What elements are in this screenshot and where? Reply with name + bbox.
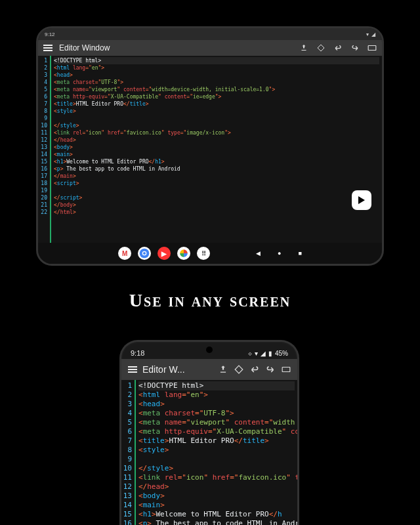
phone-device: 9:18 ⟐ ▾ ◢ ▮ 45% Editor W... 1 2 3 4 5 6… [119,340,299,525]
battery-percent: 45% [275,350,288,357]
dock-app-drawer[interactable]: ⠿ [197,247,210,260]
phone-title: Editor W... [142,364,185,375]
wifi-icon: ▾ [366,32,369,37]
dock-app-photos[interactable] [177,247,190,260]
nav-recent-icon[interactable]: ■ [299,250,302,257]
dock-app-gmail[interactable]: M [118,247,131,260]
menu-icon[interactable] [43,45,52,51]
wifi-icon: ▾ [255,350,258,357]
redo-icon[interactable] [266,365,275,374]
svg-rect-0 [368,46,376,51]
signal-icon: ◢ [371,32,375,37]
tablet-statusbar: 9:12 ▾ ◢ [38,28,382,40]
phone-line-gutter: 1 2 3 4 5 6 7 8 9 10 11 12 13 14 15 16 [121,380,136,525]
tablet-titlebar: Editor Window [38,40,382,56]
tablet-title: Editor Window [59,43,293,52]
phone-clock: 9:18 [131,349,144,357]
menu-icon[interactable] [128,366,137,373]
phone-camera-notch [206,346,213,353]
tablet-clock: 9:12 [45,32,55,37]
undo-icon[interactable] [333,43,343,52]
upload-icon[interactable] [219,365,228,374]
phone-titlebar: Editor W... [121,359,297,380]
tablet-code-area[interactable]: <!DOCTYPE html> <html lang="en"> <head> … [51,56,382,243]
play-icon [358,196,365,204]
overlap-icon[interactable] [316,43,326,52]
svg-rect-4 [282,368,290,372]
present-icon[interactable] [282,365,291,374]
tablet-editor[interactable]: 1 2 3 4 5 6 7 8 9 10 11 12 13 14 15 16 1… [38,56,382,243]
promo-caption: Use in any screen [0,290,420,311]
nav-home-icon[interactable]: ● [278,250,281,257]
signal-icon: ◢ [261,350,266,357]
dock-app-youtube[interactable]: ▶ [158,247,171,260]
redo-icon[interactable] [350,43,360,52]
dock-app-chrome[interactable] [138,247,151,260]
present-icon[interactable] [368,43,377,52]
tablet-dock: M ▶ ⠿ ◀ ● ■ [38,243,382,264]
nfc-icon: ⟐ [248,350,252,357]
nav-back-icon[interactable]: ◀ [256,250,261,257]
phone-editor[interactable]: 1 2 3 4 5 6 7 8 9 10 11 12 13 14 15 16 <… [121,380,297,525]
overlap-icon[interactable] [234,365,243,374]
phone-code-area[interactable]: <!DOCTYPE html> <html lang="en"> <head> … [136,380,297,525]
upload-icon[interactable] [299,43,308,52]
svg-point-3 [143,252,146,255]
run-button[interactable] [352,190,371,210]
undo-icon[interactable] [250,365,259,374]
tablet-device: 9:12 ▾ ◢ Editor Window 1 2 3 4 5 6 7 8 9… [36,26,384,266]
battery-icon: ▮ [268,350,272,357]
tablet-line-gutter: 1 2 3 4 5 6 7 8 9 10 11 12 13 14 15 16 1… [38,56,51,243]
